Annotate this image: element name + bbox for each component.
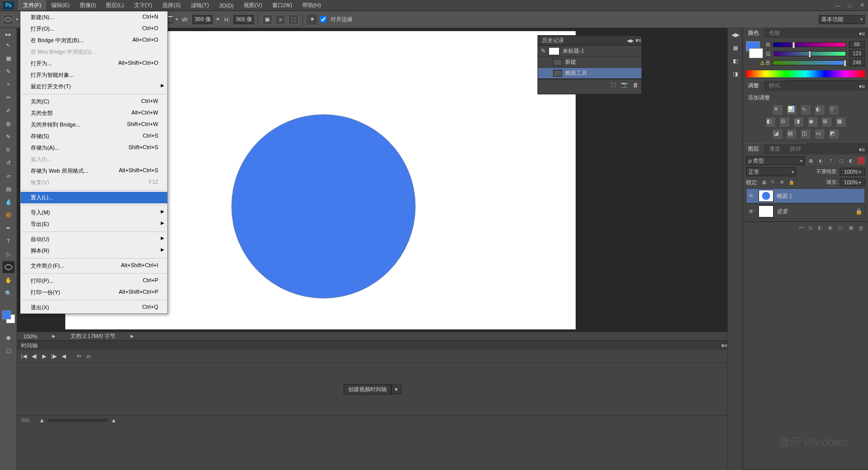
- menu-item[interactable]: 打开为...Alt+Shift+Ctrl+O: [21, 58, 167, 69]
- gear-icon[interactable]: ✷: [307, 15, 317, 25]
- mask-icon[interactable]: ◐: [818, 224, 823, 231]
- b-value[interactable]: 248: [849, 59, 865, 66]
- opacity-input[interactable]: 100%▾: [840, 168, 865, 176]
- history-item[interactable]: 新建: [538, 57, 641, 68]
- play-icon[interactable]: ▶: [42, 353, 46, 360]
- hsl-icon[interactable]: ◧: [766, 118, 775, 127]
- create-video-timeline-button[interactable]: 创建视频时间轴: [344, 384, 391, 395]
- channel-mixer-icon[interactable]: ⊞: [822, 118, 831, 127]
- menu-item[interactable]: 退出(X)Ctrl+Q: [21, 302, 167, 313]
- panel-menu-icon[interactable]: ▾≡: [856, 30, 868, 38]
- menu-help[interactable]: 帮助(H): [297, 0, 326, 11]
- menu-file[interactable]: 文件(F): [18, 0, 46, 11]
- menu-image[interactable]: 图像(I): [75, 0, 101, 11]
- zoom-tool[interactable]: 🔍: [3, 287, 15, 299]
- menu-view[interactable]: 视图(V): [239, 0, 267, 11]
- foreground-color[interactable]: [2, 310, 11, 319]
- lut-icon[interactable]: ▦: [836, 118, 845, 127]
- tool-preset-icon[interactable]: [3, 15, 13, 25]
- quickmask-tool[interactable]: ◉: [3, 331, 15, 343]
- layer-item[interactable]: 👁 背景 🔒: [746, 204, 865, 219]
- blend-mode-dropdown[interactable]: 正常▾: [746, 167, 796, 176]
- menu-filter[interactable]: 滤镜(T): [186, 0, 214, 11]
- height-input[interactable]: 368 像: [234, 15, 254, 24]
- layer-name[interactable]: 椭圆 1: [777, 192, 792, 200]
- hue-ramp[interactable]: [746, 70, 865, 77]
- menu-3d[interactable]: 3D(D): [214, 1, 239, 10]
- lock-all-icon[interactable]: 🔒: [788, 179, 795, 186]
- history-item[interactable]: 椭圆工具: [538, 68, 641, 79]
- menu-item[interactable]: 脚本(R)▶: [21, 245, 167, 257]
- levels-icon[interactable]: 📊: [787, 105, 796, 114]
- menu-item[interactable]: 存储为 Web 所用格式...Alt+Shift+Ctrl+S: [21, 165, 167, 177]
- transition-icon[interactable]: ▱: [86, 353, 90, 360]
- history-brush-tool[interactable]: ↺: [3, 157, 15, 169]
- history-doc[interactable]: ✎ 未标题-1: [538, 46, 641, 57]
- prev-frame-icon[interactable]: ◀|: [32, 353, 37, 360]
- workspace-dropdown[interactable]: 基本功能▾: [819, 15, 865, 24]
- menu-item[interactable]: 存储(S)Ctrl+S: [21, 131, 167, 142]
- fx-icon[interactable]: fx: [808, 225, 813, 231]
- panel-menu-icon[interactable]: ▾≡: [856, 146, 868, 154]
- layer-thumbnail[interactable]: [758, 205, 774, 217]
- type-tool[interactable]: T: [3, 235, 15, 247]
- new-doc-from-state-icon[interactable]: ⬚: [611, 81, 616, 88]
- menu-item[interactable]: 关闭并转到 Bridge...Shift+Ctrl+W: [21, 119, 167, 131]
- vibrance-icon[interactable]: ▽: [829, 105, 838, 114]
- color-swatches[interactable]: [2, 310, 15, 323]
- menu-item[interactable]: 最近打开文件(T)▶: [21, 81, 167, 92]
- menu-item[interactable]: 关闭全部Alt+Ctrl+W: [21, 107, 167, 119]
- go-end-icon[interactable]: ◀: [62, 353, 66, 360]
- arrange-icon[interactable]: ⬚: [288, 15, 298, 25]
- invert-icon[interactable]: ◪: [773, 130, 782, 139]
- menu-item[interactable]: 自动(U)▶: [21, 233, 167, 245]
- gradient-tool[interactable]: ▤: [3, 183, 15, 195]
- ellipse-tool[interactable]: [3, 261, 15, 273]
- convert-icon[interactable]: ⊞⊞: [21, 417, 29, 423]
- cut-icon[interactable]: ✄: [77, 353, 81, 360]
- layer-item[interactable]: 👁 椭圆 1: [746, 188, 865, 203]
- tab-styles[interactable]: 样式: [764, 80, 785, 91]
- link-wh-icon[interactable]: ⚭: [215, 16, 220, 23]
- eyedropper-tool[interactable]: ✐: [3, 104, 15, 116]
- next-frame-icon[interactable]: |▶: [51, 353, 57, 360]
- menu-item[interactable]: 打印一份(Y)Alt+Shift+Ctrl+P: [21, 287, 167, 298]
- layer-filter-dropdown[interactable]: ρ 类型▾: [746, 156, 805, 165]
- path-ops-icon[interactable]: ▣: [262, 15, 272, 25]
- crop-tool[interactable]: ✂: [3, 91, 15, 103]
- path-select-tool[interactable]: ▷: [3, 248, 15, 260]
- eraser-tool[interactable]: ▱: [3, 170, 15, 182]
- pen-tool[interactable]: ✒: [3, 222, 15, 234]
- dock-icon[interactable]: ◨: [730, 69, 740, 78]
- colorbal-icon[interactable]: ⚖: [780, 118, 789, 127]
- brightness-icon[interactable]: ☀: [773, 105, 782, 114]
- brush-tool[interactable]: ✎: [3, 131, 15, 143]
- go-start-icon[interactable]: |◀: [21, 353, 27, 360]
- tab-color[interactable]: 颜色: [743, 27, 764, 38]
- delete-layer-icon[interactable]: 🗑: [858, 225, 864, 231]
- zoom-level[interactable]: 100%: [23, 333, 37, 339]
- marquee-tool[interactable]: ▦: [3, 52, 15, 64]
- panel-menu-icon[interactable]: ▾≡: [635, 37, 641, 43]
- layer-thumbnail[interactable]: [758, 190, 774, 202]
- lock-pixels-icon[interactable]: ✎: [770, 179, 777, 186]
- r-slider[interactable]: [773, 42, 846, 47]
- tab-channels[interactable]: 通道: [764, 143, 785, 154]
- group-icon[interactable]: 🗀: [838, 225, 843, 231]
- posterize-icon[interactable]: ▤: [787, 130, 796, 139]
- exposure-icon[interactable]: ◐: [815, 105, 824, 114]
- hand-tool[interactable]: ✋: [3, 274, 15, 286]
- lock-position-icon[interactable]: ✥: [779, 179, 786, 186]
- menu-edit[interactable]: 编辑(E): [46, 0, 75, 11]
- width-input[interactable]: 368 像: [192, 15, 212, 24]
- menu-item[interactable]: 在 Bridge 中浏览(B)...Alt+Ctrl+O: [21, 35, 167, 46]
- menu-select[interactable]: 选择(S): [157, 0, 186, 11]
- menu-item[interactable]: 关闭(C)Ctrl+W: [21, 96, 167, 107]
- menu-window[interactable]: 窗口(W): [267, 0, 297, 11]
- curves-icon[interactable]: ∿: [801, 105, 810, 114]
- zoom-slider[interactable]: [48, 419, 108, 422]
- align-icon[interactable]: ≡: [275, 15, 285, 25]
- lock-transparent-icon[interactable]: ▦: [761, 179, 768, 186]
- filter-adj-icon[interactable]: ◐: [817, 157, 825, 165]
- fill-input[interactable]: 100%▾: [840, 178, 865, 186]
